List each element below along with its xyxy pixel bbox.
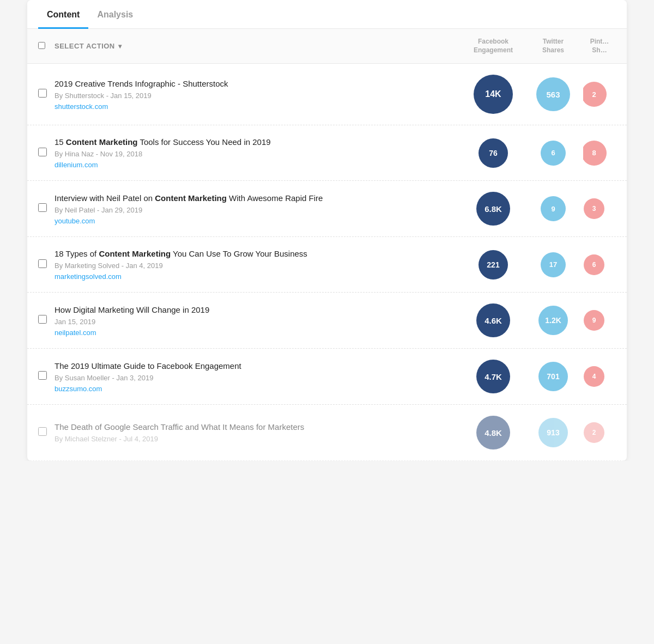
select-all-checkbox[interactable]: [38, 42, 45, 49]
pinterest-metric-cell: 4: [583, 366, 616, 387]
row-metrics: 4.6K1.2K9: [463, 303, 616, 337]
row-metrics: 4.8K9132: [463, 416, 616, 449]
row-title: Interview with Neil Patel on Content Mar…: [55, 192, 452, 204]
row-link[interactable]: youtube.com: [55, 217, 95, 225]
twitter-bubble: 913: [538, 418, 568, 447]
col-header-pinterest: Pint…Sh…: [583, 38, 616, 54]
row-meta: By Hina Naz - Nov 19, 2018: [55, 150, 452, 158]
row-link[interactable]: shutterstock.com: [55, 102, 108, 111]
row-content: 18 Types of Content Marketing You Can Us…: [55, 248, 463, 281]
row-title: 2019 Creative Trends Infographic - Shutt…: [55, 78, 452, 89]
table-header: SELECT ACTION ▾ FacebookEngagement Twitt…: [27, 29, 627, 64]
header-checkbox-cell: [38, 41, 55, 51]
twitter-metric-cell: 913: [523, 418, 583, 447]
row-meta: By Marketing Solved - Jan 4, 2019: [55, 262, 452, 270]
row-content: 15 Content Marketing Tools for Success Y…: [55, 136, 463, 169]
col-header-facebook: FacebookEngagement: [463, 38, 523, 54]
facebook-bubble: 4.8K: [476, 416, 510, 449]
pinterest-metric-cell: 8: [583, 141, 616, 166]
facebook-bubble: 221: [479, 250, 508, 280]
twitter-bubble: 6: [541, 141, 566, 166]
table-row: How Digital Marketing Will Change in 201…: [27, 293, 627, 349]
table-row: 2019 Creative Trends Infographic - Shutt…: [27, 64, 627, 125]
pinterest-metric-cell: 9: [583, 310, 616, 331]
pinterest-bubble: 3: [584, 198, 604, 219]
row-meta: By Susan Moeller - Jan 3, 2019: [55, 374, 452, 382]
pinterest-bubble: 4: [584, 366, 604, 387]
table-row: The 2019 Ultimate Guide to Facebook Enga…: [27, 349, 627, 405]
twitter-metric-cell: 701: [523, 362, 583, 391]
tab-analysis[interactable]: Analysis: [88, 0, 142, 29]
pinterest-bubble: 6: [584, 254, 604, 275]
row-checkbox[interactable]: [38, 371, 47, 380]
row-metrics: 6.8K93: [463, 192, 616, 226]
facebook-bubble: 4.7K: [476, 360, 510, 393]
pinterest-bubble: 9: [584, 310, 604, 331]
row-content: The 2019 Ultimate Guide to Facebook Enga…: [55, 360, 463, 393]
row-link[interactable]: marketingsolved.com: [55, 272, 122, 281]
row-meta: By Neil Patel - Jan 29, 2019: [55, 206, 452, 214]
twitter-metric-cell: 1.2K: [523, 306, 583, 335]
row-link[interactable]: buzzsumo.com: [55, 385, 102, 393]
facebook-bubble: 6.8K: [476, 192, 510, 226]
facebook-metric-cell: 4.8K: [463, 416, 523, 449]
table-row: 18 Types of Content Marketing You Can Us…: [27, 237, 627, 293]
row-checkbox[interactable]: [38, 259, 47, 268]
row-metrics: 4.7K7014: [463, 360, 616, 393]
facebook-metric-cell: 76: [463, 138, 523, 168]
row-metrics: 221176: [463, 250, 616, 280]
row-link[interactable]: dillenium.com: [55, 161, 98, 169]
facebook-bubble: 4.6K: [476, 303, 510, 337]
twitter-bubble: 9: [541, 196, 566, 221]
row-checkbox-cell: [38, 371, 55, 382]
facebook-bubble: 14K: [474, 75, 513, 114]
chevron-down-icon: ▾: [118, 42, 122, 50]
row-checkbox-cell: [38, 315, 55, 326]
row-metrics: 7668: [463, 138, 616, 168]
main-container: Content Analysis SELECT ACTION ▾ Faceboo…: [27, 0, 627, 461]
row-content: How Digital Marketing Will Change in 201…: [55, 304, 463, 337]
tab-content[interactable]: Content: [38, 0, 88, 29]
column-headers: FacebookEngagement TwitterShares Pint…Sh…: [463, 38, 616, 54]
twitter-bubble: 1.2K: [538, 306, 568, 335]
row-checkbox-cell: [38, 89, 55, 100]
facebook-metric-cell: 4.7K: [463, 360, 523, 393]
twitter-metric-cell: 563: [523, 77, 583, 111]
row-content: 2019 Creative Trends Infographic - Shutt…: [55, 78, 463, 111]
pinterest-bubble: 2: [584, 422, 604, 443]
row-title: The 2019 Ultimate Guide to Facebook Enga…: [55, 360, 452, 372]
facebook-metric-cell: 4.6K: [463, 303, 523, 337]
row-link[interactable]: neilpatel.com: [55, 329, 96, 337]
row-checkbox-cell: [38, 203, 55, 214]
col-header-twitter: TwitterShares: [523, 38, 583, 54]
tab-bar: Content Analysis: [27, 0, 627, 29]
facebook-metric-cell: 14K: [463, 75, 523, 114]
row-title: 18 Types of Content Marketing You Can Us…: [55, 248, 452, 259]
row-content: Interview with Neil Patel on Content Mar…: [55, 192, 463, 226]
row-checkbox[interactable]: [38, 89, 47, 98]
row-checkbox[interactable]: [38, 148, 47, 156]
row-meta: By Michael Stelzner - Jul 4, 2019: [55, 435, 452, 443]
select-action-button[interactable]: SELECT ACTION ▾: [55, 42, 463, 50]
row-title: The Death of Google Search Traffic and W…: [55, 421, 452, 433]
row-checkbox[interactable]: [38, 203, 47, 212]
facebook-metric-cell: 221: [463, 250, 523, 280]
row-title: 15 Content Marketing Tools for Success Y…: [55, 136, 452, 148]
twitter-metric-cell: 6: [523, 141, 583, 166]
table-row: Interview with Neil Patel on Content Mar…: [27, 181, 627, 237]
select-action-label: SELECT ACTION: [55, 42, 115, 50]
content-list: 2019 Creative Trends Infographic - Shutt…: [27, 64, 627, 461]
twitter-bubble: 701: [538, 362, 568, 391]
twitter-bubble: 563: [536, 77, 570, 111]
twitter-metric-cell: 9: [523, 196, 583, 221]
row-checkbox-cell: [38, 259, 55, 270]
pinterest-bubble: 2: [583, 82, 607, 107]
pinterest-bubble: 8: [583, 141, 607, 166]
twitter-metric-cell: 17: [523, 252, 583, 277]
row-checkbox[interactable]: [38, 315, 47, 324]
row-checkbox-cell: [38, 148, 55, 159]
row-checkbox[interactable]: [38, 427, 47, 436]
row-meta: Jan 15, 2019: [55, 318, 452, 326]
pinterest-metric-cell: 2: [583, 82, 616, 107]
table-row: The Death of Google Search Traffic and W…: [27, 405, 627, 461]
